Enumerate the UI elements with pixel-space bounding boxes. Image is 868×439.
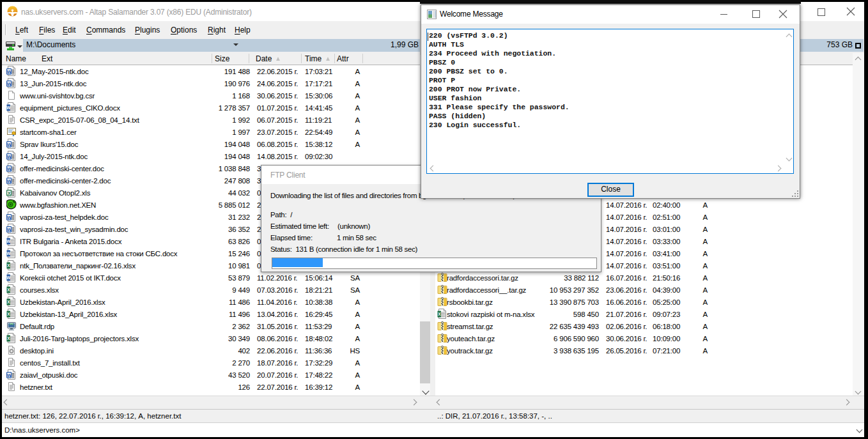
svg-text:W: W <box>7 142 12 148</box>
svg-text:W: W <box>7 166 12 172</box>
svg-text:W: W <box>7 69 12 75</box>
svg-text:W: W <box>7 227 12 233</box>
svg-text:W: W <box>7 215 12 220</box>
svg-text:X: X <box>8 190 11 196</box>
svg-text:W: W <box>7 154 12 160</box>
svg-text:W: W <box>7 178 12 184</box>
svg-text:W: W <box>7 373 12 378</box>
svg-text:W: W <box>7 81 12 87</box>
